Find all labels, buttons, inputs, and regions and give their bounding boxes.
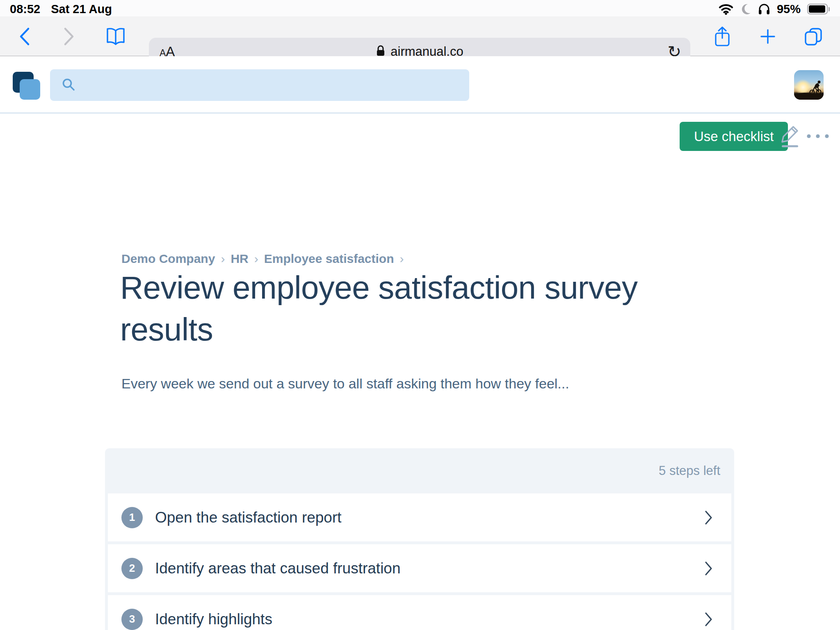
date: Sat 21 Aug	[51, 2, 112, 16]
edit-button[interactable]	[778, 123, 801, 149]
chevron-right-icon	[705, 612, 713, 627]
clock: 08:52	[10, 2, 40, 16]
step-number-badge: 2	[121, 558, 143, 579]
pencil-icon	[780, 124, 800, 148]
checklist-card: 5 steps left 1 Open the satisfaction rep…	[105, 448, 734, 630]
breadcrumb-separator: ›	[221, 252, 225, 266]
step-row-3[interactable]: 3 Identify highlights	[108, 595, 731, 630]
dnd-moon-icon	[740, 3, 751, 15]
app-header	[0, 56, 840, 114]
steps-left-counter: 5 steps left	[659, 463, 720, 478]
bookmarks-icon[interactable]	[103, 16, 129, 56]
browser-toolbar: AA airmanual.co ↻	[0, 16, 840, 56]
airmanual-logo[interactable]	[13, 72, 41, 100]
wifi-icon	[719, 4, 733, 15]
step-title: Identify areas that caused frustration	[155, 560, 705, 577]
use-checklist-button[interactable]: Use checklist	[680, 122, 788, 151]
cyclist-silhouette	[794, 70, 824, 100]
chevron-right-icon	[705, 510, 713, 525]
headphones-icon	[758, 3, 770, 15]
avatar[interactable]	[794, 70, 824, 100]
battery-icon	[807, 3, 830, 15]
step-number-badge: 3	[121, 609, 143, 630]
checklist-card-header: 5 steps left	[105, 448, 734, 493]
search-input[interactable]	[50, 69, 469, 101]
breadcrumb: Demo Company › HR › Employee satisfactio…	[121, 252, 404, 266]
share-icon[interactable]	[709, 16, 736, 56]
breadcrumb-separator: ›	[400, 252, 404, 266]
page-title: Review employee satisfaction survey resu…	[120, 267, 641, 350]
breadcrumb-item-employee-satisfaction[interactable]: Employee satisfaction	[264, 252, 394, 266]
breadcrumb-item-company[interactable]: Demo Company	[121, 252, 215, 266]
ellipsis-icon	[806, 133, 830, 139]
step-row-2[interactable]: 2 Identify areas that caused frustration	[108, 544, 731, 592]
back-button[interactable]	[12, 16, 37, 56]
battery-percent: 95%	[777, 2, 801, 16]
breadcrumb-item-hr[interactable]: HR	[231, 252, 248, 266]
search-icon	[61, 77, 76, 94]
screen: 08:52 Sat 21 Aug	[0, 0, 840, 630]
step-title: Open the satisfaction report	[155, 509, 705, 526]
more-options-button[interactable]	[805, 123, 831, 149]
step-row-1[interactable]: 1 Open the satisfaction report	[108, 493, 731, 541]
status-bar: 08:52 Sat 21 Aug	[0, 0, 840, 16]
tabs-icon[interactable]	[800, 16, 827, 56]
step-number-badge: 1	[121, 507, 143, 528]
breadcrumb-separator: ›	[254, 252, 258, 266]
step-title: Identify highlights	[155, 611, 705, 628]
page-description: Every week we send out a survey to all s…	[121, 376, 655, 392]
forward-button[interactable]	[57, 16, 81, 56]
chevron-right-icon	[705, 561, 713, 576]
new-tab-icon[interactable]	[755, 16, 781, 56]
